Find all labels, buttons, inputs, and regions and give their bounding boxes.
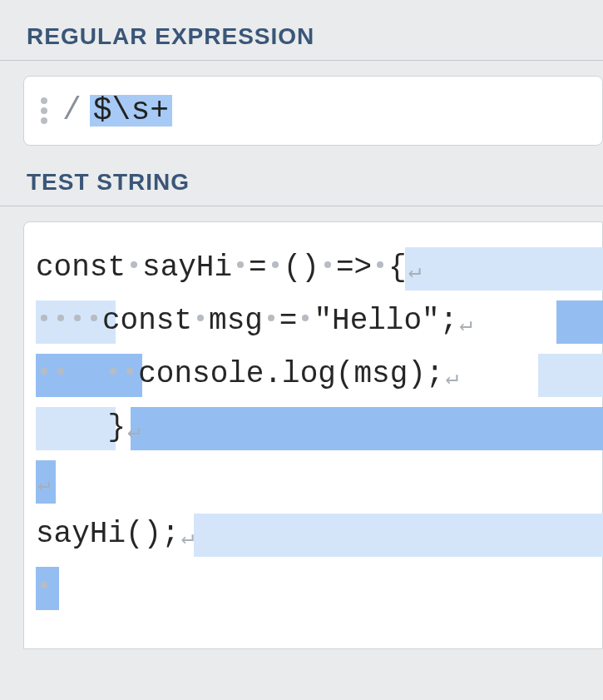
code-chars: sayHi(); xyxy=(36,517,180,551)
code-chars: msg xyxy=(209,304,263,338)
code-text: sayHi();↵ xyxy=(36,508,194,563)
code-line[interactable]: constsayHi=()=>{↵ xyxy=(36,242,602,295)
space-dot-icon xyxy=(324,261,331,268)
return-icon: ↵ xyxy=(408,245,422,298)
code-chars: = xyxy=(279,304,298,338)
code-line[interactable]: ↵ xyxy=(36,455,602,509)
space-dot-icon xyxy=(41,368,47,375)
space-dot-icon xyxy=(57,315,64,321)
code-text: console.log(msg);↵ xyxy=(36,348,458,403)
code-text: constsayHi=()=>{↵ xyxy=(36,241,421,296)
regex-delimiter: / xyxy=(62,95,82,127)
return-icon: ↵ xyxy=(37,458,51,511)
space-dot-icon xyxy=(302,315,309,321)
match-highlight xyxy=(194,514,603,557)
code-chars: const xyxy=(102,304,192,338)
code-chars: } xyxy=(36,410,126,444)
match-highlight xyxy=(405,247,603,290)
code-text xyxy=(36,562,52,615)
code-line[interactable]: console.log(msg);↵ xyxy=(36,349,602,402)
space-dot-icon xyxy=(126,368,133,375)
space-dot-icon xyxy=(41,582,47,588)
space-dot-icon xyxy=(131,261,137,268)
space-dot-icon xyxy=(57,368,64,375)
code-chars xyxy=(69,357,105,391)
space-dot-icon xyxy=(268,315,274,321)
return-icon: ↵ xyxy=(181,511,195,564)
space-dot-icon xyxy=(197,315,204,321)
space-dot-icon xyxy=(272,261,279,268)
test-string-section-header: TEST STRING xyxy=(0,146,603,206)
space-dot-icon xyxy=(91,315,97,321)
test-string-content[interactable]: constsayHi=()=>{↵constmsg="Hello";↵ cons… xyxy=(24,242,602,615)
code-chars: => xyxy=(336,251,372,285)
code-line[interactable] xyxy=(36,562,602,615)
match-highlight xyxy=(556,300,603,344)
regex-input-box[interactable]: / $\s+ xyxy=(23,76,603,146)
code-text: }↵ xyxy=(36,401,141,456)
code-chars: () xyxy=(284,251,319,285)
code-chars: const xyxy=(36,251,126,285)
return-icon: ↵ xyxy=(459,298,472,351)
test-string-box[interactable]: constsayHi=()=>{↵constmsg="Hello";↵ cons… xyxy=(23,221,603,649)
space-dot-icon xyxy=(237,261,244,268)
code-chars: sayHi xyxy=(142,251,232,285)
code-text: ↵ xyxy=(36,454,51,509)
code-text: constmsg="Hello";↵ xyxy=(36,295,472,350)
regex-options-icon[interactable] xyxy=(41,97,47,124)
code-line[interactable]: constmsg="Hello";↵ xyxy=(36,295,602,349)
return-icon: ↵ xyxy=(445,351,458,405)
code-chars: = xyxy=(249,251,267,285)
code-line[interactable]: sayHi();↵ xyxy=(36,509,602,562)
code-chars: "Hello"; xyxy=(314,304,457,338)
regex-pattern[interactable]: $\s+ xyxy=(90,95,172,127)
match-highlight xyxy=(131,407,603,450)
space-dot-icon xyxy=(74,315,81,321)
match-highlight xyxy=(538,354,603,397)
code-chars: { xyxy=(388,251,407,285)
space-dot-icon xyxy=(377,261,383,268)
space-dot-icon xyxy=(41,315,47,321)
space-dot-icon xyxy=(110,368,116,375)
regex-section-header: REGULAR EXPRESSION xyxy=(0,0,603,61)
return-icon: ↵ xyxy=(127,405,141,458)
code-line[interactable]: }↵ xyxy=(36,402,602,455)
code-chars: console.log(msg); xyxy=(138,357,443,391)
